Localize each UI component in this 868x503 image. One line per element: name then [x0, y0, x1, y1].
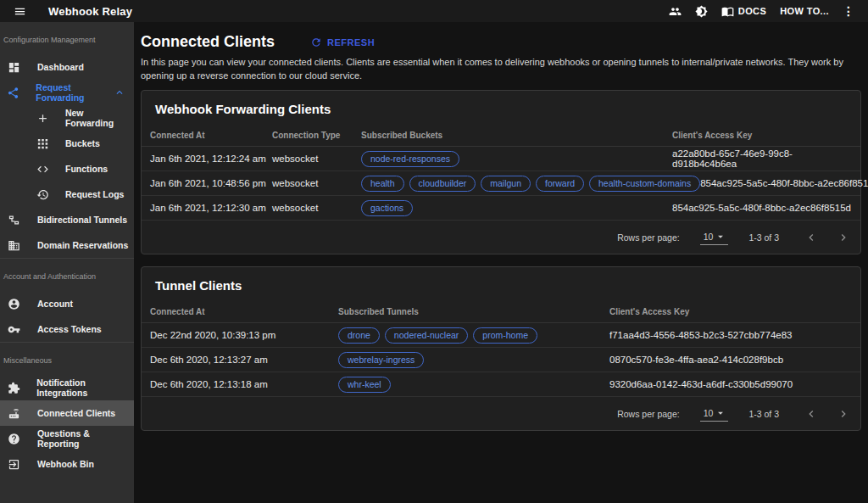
- cell-access-key: 0870c570-fe3e-4ffa-aea2-414c028f9bcb: [609, 355, 852, 365]
- bucket-chip[interactable]: mailgun: [481, 176, 531, 192]
- sidebar-item-webhook-bin[interactable]: Webhook Bin: [0, 451, 134, 477]
- prev-page-button[interactable]: [801, 404, 821, 424]
- sidebar-item-account[interactable]: Account: [0, 291, 134, 316]
- kebab-icon[interactable]: ⋮: [836, 3, 861, 19]
- history-icon: [36, 188, 50, 201]
- sidebar-item-connected-clients[interactable]: Connected Clients: [0, 400, 134, 426]
- bucket-chip[interactable]: health: [361, 176, 404, 192]
- docs-label: DOCS: [738, 6, 766, 16]
- sidebar-item-functions[interactable]: Functions: [0, 156, 134, 182]
- col-connected-at: Connected At: [150, 131, 272, 140]
- share-hub-icon: [7, 87, 19, 99]
- cell-connection-type: websocket: [272, 203, 361, 213]
- cell-access-key: a22a80bd-65c7-46e9-99c8-d918b4c4b6ea: [672, 148, 852, 169]
- refresh-icon: [310, 36, 322, 48]
- chevron-right-icon: [837, 231, 850, 244]
- cell-connected-at: Dec 6th 2020, 12:13:27 am: [150, 355, 338, 365]
- table-row: Dec 6th 2020, 12:13:18 am whr-keel 9320d…: [142, 372, 860, 397]
- table-row: Dec 6th 2020, 12:13:27 am webrelay-ingre…: [142, 348, 860, 372]
- chevron-left-icon: [804, 407, 818, 421]
- menu-icon[interactable]: [7, 2, 33, 21]
- chevron-up-icon: [114, 87, 125, 98]
- cell-access-key: f71aa4d3-4556-4853-b2c3-527cbb774e83: [609, 330, 852, 340]
- app-title: Webhook Relay: [48, 5, 132, 18]
- tunnels-icon: [7, 214, 21, 226]
- main-content: Connected Clients REFRESH In this page y…: [134, 22, 868, 503]
- how-to-label: HOW TO...: [780, 6, 829, 16]
- router-icon: [7, 407, 21, 420]
- sidebar-item-domain-reservations[interactable]: Domain Reservations: [0, 232, 134, 258]
- tunnel-clients-card: Tunnel Clients Connected At Subscribed T…: [141, 266, 861, 431]
- users-icon[interactable]: [662, 2, 688, 21]
- tunnels-pagination: Rows per page: 10 1-3 of 3: [142, 397, 860, 430]
- bucket-chip[interactable]: cloudbuilder: [409, 176, 476, 192]
- sidebar-item-bidirectional-tunnels[interactable]: Bidirectional Tunnels: [0, 207, 134, 232]
- docs-button[interactable]: DOCS: [715, 2, 773, 21]
- code-icon: [36, 163, 50, 176]
- card-title-tunnels: Tunnel Clients: [142, 267, 860, 301]
- exit-icon: [7, 458, 21, 471]
- rows-per-page-select[interactable]: 10: [700, 406, 729, 422]
- tunnel-chip[interactable]: whr-keel: [338, 377, 391, 393]
- next-page-button[interactable]: [833, 404, 854, 424]
- section-label-account: Account and Authentication: [0, 259, 134, 291]
- section-label-configuration: Configuration Management: [0, 22, 134, 54]
- cell-connected-at: Jan 6th 2021, 10:48:56 pm: [150, 178, 272, 188]
- bucket-chip[interactable]: node-red-responses: [361, 151, 459, 167]
- chevron-right-icon: [837, 407, 850, 421]
- dashboard-icon: [7, 61, 21, 74]
- col-subscribed-buckets: Subscribed Buckets: [361, 131, 672, 140]
- col-access-key: Client's Access Key: [672, 131, 852, 140]
- tunnels-table-header: Connected At Subscribed Tunnels Client's…: [142, 301, 860, 323]
- grid-icon: [36, 137, 50, 150]
- page-title: Connected Clients: [141, 33, 275, 51]
- rows-per-page-select[interactable]: 10: [700, 230, 729, 245]
- sidebar-item-notification-integrations[interactable]: Notification Integrations: [0, 375, 134, 400]
- tunnel-chip[interactable]: webrelay-ingress: [338, 352, 424, 368]
- sidebar-item-access-tokens[interactable]: Access Tokens: [0, 316, 134, 342]
- col-connection-type: Connection Type: [272, 131, 361, 140]
- chevron-down-icon: [715, 407, 726, 419]
- chevron-left-icon: [804, 231, 818, 244]
- sidebar-item-new-forwarding[interactable]: New Forwarding: [0, 105, 134, 131]
- col-subscribed-tunnels: Subscribed Tunnels: [338, 307, 609, 316]
- tunnel-chip[interactable]: prom-home: [473, 327, 537, 344]
- how-to-button[interactable]: HOW TO...: [773, 3, 836, 20]
- tunnel-chip[interactable]: nodered-nuclear: [385, 327, 468, 344]
- topbar: Webhook Relay DOCS HOW TO... ⋮: [0, 0, 868, 22]
- bucket-chip[interactable]: forward: [536, 176, 584, 192]
- sidebar-item-questions-reporting[interactable]: Questions & Reporting: [0, 426, 134, 451]
- bucket-chip[interactable]: health-custom-domains: [589, 176, 700, 192]
- cell-access-key: 9320d6aa-0142-463d-a6df-c330b5d99070: [609, 379, 852, 389]
- sidebar-item-buckets[interactable]: Buckets: [0, 131, 134, 156]
- forwarding-table-header: Connected At Connection Type Subscribed …: [142, 125, 860, 147]
- page-range: 1-3 of 3: [748, 232, 779, 243]
- bucket-chip[interactable]: gactions: [361, 200, 413, 216]
- col-connected-at: Connected At: [150, 307, 338, 316]
- theme-icon[interactable]: [688, 2, 715, 21]
- puzzle-icon: [7, 382, 20, 394]
- plus-icon: [36, 112, 50, 125]
- sidebar-item-request-forwarding[interactable]: Request Forwarding: [0, 80, 134, 105]
- prev-page-button[interactable]: [801, 227, 821, 248]
- webhook-forwarding-clients-card: Webhook Forwarding Clients Connected At …: [141, 90, 861, 254]
- cell-access-key: 854ac925-5a5c-480f-8bbc-a2ec86f8515d: [672, 203, 852, 213]
- tunnel-chip[interactable]: drone: [338, 327, 380, 344]
- col-access-key: Client's Access Key: [609, 307, 852, 316]
- sidebar: Configuration Management Dashboard Reque…: [0, 22, 134, 503]
- table-row: Jan 6th 2021, 10:48:56 pm websocket heal…: [142, 171, 860, 196]
- next-page-button[interactable]: [833, 227, 854, 248]
- help-icon: [7, 433, 21, 445]
- cell-connected-at: Dec 6th 2020, 12:13:18 am: [150, 379, 338, 389]
- refresh-button[interactable]: REFRESH: [310, 36, 375, 48]
- sidebar-item-request-logs[interactable]: Request Logs: [0, 182, 134, 207]
- book-icon: [721, 5, 734, 18]
- cell-connected-at: Jan 6th 2021, 12:12:30 am: [150, 203, 272, 213]
- rows-per-page-label: Rows per page:: [617, 409, 680, 419]
- cell-access-key: 854ac925-5a5c-480f-8bbc-a2ec86f8515d: [700, 178, 868, 188]
- table-row: Jan 6th 2021, 12:12:24 am websocket node…: [142, 147, 860, 171]
- section-label-miscellaneous: Miscellaneous: [0, 343, 134, 375]
- table-row: Dec 22nd 2020, 10:39:13 pm drone nodered…: [142, 323, 860, 348]
- cell-connected-at: Dec 22nd 2020, 10:39:13 pm: [150, 330, 338, 340]
- sidebar-item-dashboard[interactable]: Dashboard: [0, 54, 134, 80]
